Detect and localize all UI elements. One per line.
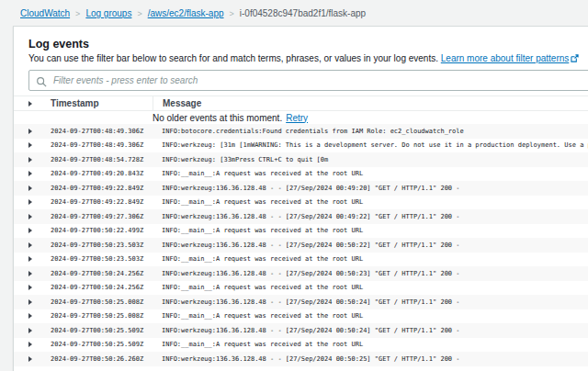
log-event-timestamp: 2024-09-27T00:49:20.843Z [51, 170, 153, 177]
message-column-header[interactable]: Message [153, 96, 588, 111]
row-expand-cell [14, 299, 51, 305]
expand-row-icon[interactable] [28, 186, 32, 191]
row-expand-cell [14, 186, 51, 191]
log-event-row[interactable]: 2024-09-27T00:50:24.256Z INFO:werkzeug:1… [14, 266, 588, 281]
log-event-timestamp: 2024-09-27T00:49:22.849Z [51, 198, 153, 206]
log-event-message: INFO:werkzeug:136.36.128.48 - - [27/Sep/… [153, 270, 588, 277]
row-expand-cell [14, 356, 51, 362]
log-event-message: INFO:__main__:A request was received at … [153, 198, 588, 206]
breadcrumb-link[interactable]: CloudWatch [20, 8, 70, 18]
expand-row-icon[interactable] [28, 214, 32, 219]
log-event-row[interactable]: 2024-09-27T00:49:22.849Z INFO:werkzeug:1… [14, 181, 588, 196]
breadcrumb-current: i-0f04528c947bad2f1/flask-app [240, 8, 366, 18]
breadcrumb-link[interactable]: Log groups [85, 8, 131, 18]
row-expand-cell [14, 214, 51, 219]
expand-row-icon[interactable] [28, 199, 32, 205]
row-expand-cell [14, 242, 51, 248]
log-event-row[interactable]: 2024-09-27T00:48:54.728Z INFO:werkzeug: … [14, 152, 588, 167]
log-table-body: 2024-09-27T00:48:49.306Z INFO:botocore.c… [14, 124, 588, 366]
panel-header: Log events You can use the filter bar be… [14, 27, 588, 91]
expand-row-icon[interactable] [28, 285, 32, 290]
log-event-timestamp: 2024-09-27T00:50:25.008Z [51, 312, 153, 320]
log-event-row[interactable]: 2024-09-27T00:49:20.843Z INFO:__main__:A… [14, 167, 588, 182]
log-event-row[interactable]: 2024-09-27T00:50:24.256Z INFO:__main__:A… [14, 281, 588, 296]
log-event-row[interactable]: 2024-09-27T00:49:27.306Z INFO:werkzeug:1… [14, 209, 588, 224]
breadcrumb: CloudWatch>Log groups>/aws/ec2/flask-app… [20, 8, 366, 19]
table-header-row: Timestamp Message [14, 96, 588, 111]
log-event-row[interactable]: 2024-09-27T00:50:23.503Z INFO:werkzeug:1… [14, 238, 588, 253]
expand-row-icon[interactable] [28, 271, 32, 276]
log-event-timestamp: 2024-09-27T00:50:23.503Z [51, 255, 153, 263]
log-event-timestamp: 2024-09-27T00:50:24.256Z [51, 284, 153, 291]
row-expand-cell [14, 228, 51, 233]
log-event-row[interactable]: 2024-09-27T00:49:22.849Z INFO:__main__:A… [14, 196, 588, 210]
timestamp-column-header[interactable]: Timestamp [51, 98, 153, 108]
log-event-row[interactable]: 2024-09-27T00:48:49.306Z INFO:botocore.c… [14, 124, 588, 139]
expand-row-icon[interactable] [28, 328, 32, 333]
expand-row-icon[interactable] [28, 157, 32, 163]
breadcrumb-separator-icon: > [137, 9, 141, 18]
panel-description-text: You can use the filter bar below to sear… [28, 53, 438, 63]
filter-input[interactable] [28, 70, 588, 91]
log-event-timestamp: 2024-09-27T00:50:22.499Z [51, 227, 153, 234]
expand-row-icon[interactable] [28, 342, 32, 347]
expand-row-icon[interactable] [28, 228, 32, 233]
expand-row-icon[interactable] [28, 242, 32, 248]
log-event-timestamp: 2024-09-27T00:48:54.728Z [51, 156, 153, 163]
log-event-row[interactable]: 2024-09-27T00:50:25.509Z INFO:werkzeug:1… [14, 323, 588, 338]
no-older-events-text: No older events at this moment. [153, 113, 282, 123]
log-event-row[interactable]: 2024-09-27T00:50:22.499Z INFO:__main__:A… [14, 224, 588, 239]
log-event-message: INFO:botocore.credentials:Found credenti… [153, 128, 588, 135]
page-title: Log events [28, 38, 588, 51]
expand-row-icon[interactable] [28, 129, 32, 134]
expand-row-icon[interactable] [28, 171, 32, 176]
breadcrumb-separator-icon: > [75, 9, 80, 18]
log-event-message: INFO:werkzeug:136.36.128.48 - - [27/Sep/… [153, 213, 588, 220]
log-event-timestamp: 2024-09-27T00:50:25.509Z [51, 341, 153, 348]
row-expand-cell [14, 171, 51, 176]
breadcrumb-link[interactable]: /aws/ec2/flask-app [148, 8, 224, 18]
log-event-message: INFO:werkzeug:136.36.128.48 - - [27/Sep/… [153, 298, 588, 306]
log-event-timestamp: 2024-09-27T00:50:25.509Z [51, 327, 153, 334]
log-event-message: INFO:werkzeug:136.36.128.48 - - [27/Sep/… [153, 355, 588, 363]
retry-link[interactable]: Retry [286, 113, 308, 123]
row-expand-cell [14, 157, 51, 163]
row-expand-cell [14, 313, 51, 319]
log-event-row[interactable]: 2024-09-27T00:50:25.008Z INFO:werkzeug:1… [14, 295, 588, 309]
expand-row-icon[interactable] [28, 313, 32, 319]
expand-row-icon[interactable] [28, 299, 32, 305]
log-event-row[interactable]: 2024-09-27T00:50:25.008Z INFO:__main__:A… [14, 309, 588, 324]
search-icon [36, 74, 47, 91]
log-event-message: INFO:__main__:A request was received at … [153, 284, 588, 291]
log-event-message: INFO:werkzeug:136.36.128.48 - - [27/Sep/… [153, 327, 588, 334]
log-event-timestamp: 2024-09-27T00:50:24.256Z [51, 270, 153, 277]
log-event-message: INFO:__main__:A request was received at … [153, 312, 588, 320]
log-event-timestamp: 2024-09-27T00:49:22.849Z [51, 185, 153, 192]
row-expand-cell [14, 285, 51, 290]
log-event-row[interactable]: 2024-09-27T00:48:49.306Z INFO:werkzeug: … [14, 139, 588, 153]
log-event-row[interactable]: 2024-09-27T00:50:23.503Z INFO:__main__:A… [14, 253, 588, 267]
row-expand-cell [14, 328, 51, 333]
panel-description: You can use the filter bar below to sear… [28, 53, 588, 65]
log-event-timestamp: 2024-09-27T00:49:27.306Z [51, 213, 153, 220]
log-event-message: INFO:werkzeug:136.36.128.48 - - [27/Sep/… [153, 242, 588, 249]
filter-bar [28, 70, 588, 91]
log-event-message: INFO:__main__:A request was received at … [153, 227, 588, 234]
log-event-timestamp: 2024-09-27T00:48:49.306Z [51, 141, 153, 149]
learn-more-link[interactable]: Learn more about filter patterns [441, 53, 570, 63]
no-older-events-row: No older events at this moment. Retry [14, 111, 588, 124]
external-link-icon [571, 54, 579, 65]
log-events-table: Timestamp Message No older events at thi… [14, 96, 588, 366]
log-event-message: INFO:__main__:A request was received at … [153, 341, 588, 348]
row-expand-cell [14, 342, 51, 347]
expand-all-icon[interactable] [28, 101, 32, 107]
log-event-message: INFO:werkzeug: [33mPress CTRL+C to quit … [153, 156, 588, 163]
expand-row-icon[interactable] [28, 142, 32, 148]
expand-row-icon[interactable] [28, 256, 32, 262]
expand-row-icon[interactable] [28, 356, 32, 362]
log-event-message: INFO:werkzeug: [31m [1mWARNING: This is … [153, 141, 588, 149]
expand-all-cell [14, 101, 51, 107]
breadcrumb-separator-icon: > [230, 9, 234, 18]
log-event-row[interactable]: 2024-09-27T00:50:25.509Z INFO:__main__:A… [14, 338, 588, 353]
log-event-row[interactable]: 2024-09-27T00:50:26.260Z INFO:werkzeug:1… [14, 352, 588, 366]
